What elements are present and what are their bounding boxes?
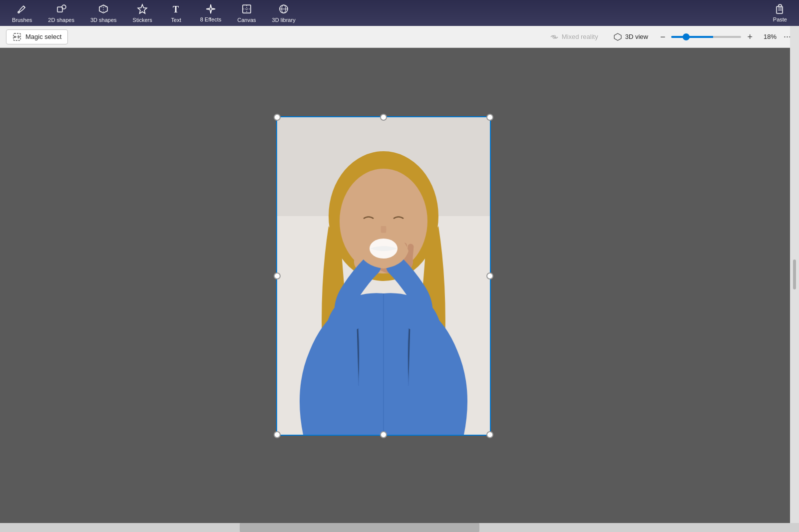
svg-marker-16: [614, 33, 621, 40]
second-toolbar-right: Mixed reality 3D view − + 18% ···: [545, 30, 793, 43]
3dshapes-icon: [98, 3, 109, 16]
2dshapes-tool[interactable]: 2D shapes: [41, 1, 81, 25]
top-toolbar: Brushes 2D shapes 3D shapes: [0, 0, 799, 26]
brushes-tool[interactable]: Brushes: [5, 1, 39, 25]
zoom-out-button[interactable]: −: [658, 31, 668, 42]
magic-select-label: Magic select: [25, 33, 61, 40]
3dlibrary-icon: [278, 3, 289, 16]
svg-rect-11: [778, 7, 782, 8]
paste-button[interactable]: Paste: [766, 1, 794, 24]
effects-tool[interactable]: 8 Effects: [193, 1, 229, 24]
mixed-reality-icon: [550, 32, 559, 41]
canvas-image: [276, 116, 491, 436]
3d-view-button[interactable]: 3D view: [608, 30, 653, 43]
mixed-reality-label: Mixed reality: [562, 33, 598, 40]
side-panel-handle[interactable]: [793, 260, 796, 289]
brushes-label: Brushes: [12, 17, 32, 23]
3dlibrary-tool[interactable]: 3D library: [265, 1, 303, 25]
toolbar-left: Brushes 2D shapes 3D shapes: [5, 1, 303, 25]
canvas-label: Canvas: [237, 17, 256, 23]
paste-icon: [775, 3, 786, 15]
toolbar-right: Paste: [766, 1, 794, 24]
text-label: Text: [171, 17, 181, 23]
canvas-container[interactable]: [276, 116, 491, 436]
second-toolbar: Magic select Mixed reality 3D view − + 1…: [0, 26, 799, 48]
text-tool[interactable]: T Text: [161, 1, 191, 25]
canvas-area: [0, 48, 799, 523]
zoom-controls: − + 18%: [658, 31, 777, 42]
brushes-icon: [16, 3, 27, 16]
canvas-tool[interactable]: Canvas: [230, 1, 263, 25]
3dshapes-label: 3D shapes: [90, 17, 117, 23]
magic-select-button[interactable]: Magic select: [6, 29, 68, 44]
stickers-tool[interactable]: Stickers: [126, 1, 159, 25]
3d-view-icon: [613, 32, 622, 41]
svg-rect-12: [778, 9, 782, 10]
3d-view-label: 3D view: [625, 33, 648, 40]
svg-point-14: [14, 36, 16, 38]
mixed-reality-button[interactable]: Mixed reality: [545, 30, 603, 43]
scrollbar-thumb[interactable]: [240, 523, 479, 532]
effects-label: 8 Effects: [200, 17, 222, 22]
2dshapes-icon: [56, 3, 67, 16]
bottom-scrollbar[interactable]: [0, 523, 799, 532]
person-svg: [276, 116, 491, 436]
right-side-panel: [790, 26, 799, 523]
3dlibrary-label: 3D library: [272, 17, 296, 23]
paste-label: Paste: [773, 16, 787, 22]
effects-icon: [205, 3, 216, 16]
canvas-icon: [241, 3, 252, 16]
stickers-label: Stickers: [133, 17, 152, 23]
svg-text:T: T: [173, 4, 179, 14]
magic-select-icon: [12, 32, 21, 41]
3dshapes-tool[interactable]: 3D shapes: [83, 1, 124, 25]
text-icon: T: [171, 3, 182, 16]
zoom-in-button[interactable]: +: [745, 31, 755, 42]
zoom-percent-label: 18%: [759, 33, 777, 40]
zoom-slider[interactable]: [671, 36, 741, 38]
2dshapes-label: 2D shapes: [48, 17, 74, 23]
stickers-icon: [137, 3, 148, 16]
